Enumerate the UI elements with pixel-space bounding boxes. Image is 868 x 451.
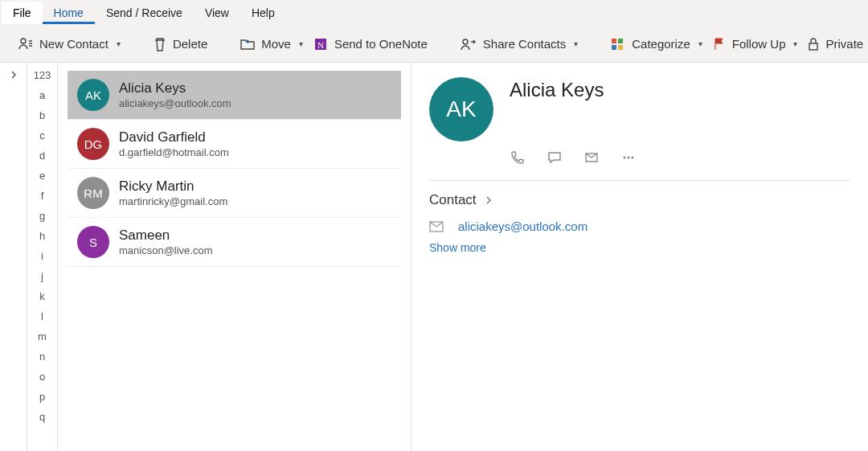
svg-point-15 — [632, 157, 634, 159]
menu-home[interactable]: Home — [43, 2, 95, 24]
action-row — [510, 150, 850, 166]
more-icon[interactable] — [620, 150, 637, 166]
new-contact-icon — [18, 36, 34, 52]
main-area: 123 abcdefghijklmnopq AKAlicia Keysalici… — [0, 63, 868, 451]
alpha-index-g[interactable]: g — [39, 210, 45, 222]
svg-point-13 — [624, 157, 626, 159]
svg-rect-9 — [612, 45, 616, 50]
svg-rect-8 — [618, 39, 623, 43]
menu-send-receive[interactable]: Send / Receive — [95, 2, 194, 24]
alpha-index-f[interactable]: f — [41, 190, 44, 202]
contact-section-label: Contact — [429, 192, 477, 208]
contact-list: AKAlicia Keysaliciakeys@outlook.comDGDav… — [58, 63, 411, 451]
chevron-down-icon: ▾ — [698, 39, 702, 48]
menu-bar: File Home Send / Receive View Help — [0, 0, 868, 26]
chat-icon[interactable] — [547, 150, 563, 166]
categorize-icon — [610, 37, 626, 51]
ribbon-toolbar: New Contact ▾ Delete Move ▾ N Send to On… — [0, 26, 868, 63]
alpha-index-e[interactable]: e — [39, 170, 45, 182]
new-contact-button[interactable]: New Contact ▾ — [13, 33, 125, 55]
contact-email: aliciakeys@outlook.com — [119, 97, 231, 109]
contact-row[interactable]: RMRicky Martinmartinricky@gmail.com — [68, 169, 401, 218]
send-to-onenote-button[interactable]: N Send to OneNote — [308, 33, 432, 55]
menu-file[interactable]: File — [2, 2, 43, 24]
alpha-index-o[interactable]: o — [39, 371, 45, 383]
send-to-onenote-label: Send to OneNote — [334, 37, 428, 51]
contact-name: Alicia Keys — [119, 80, 231, 96]
alpha-index-l[interactable]: l — [41, 310, 43, 322]
alpha-index: 123 abcdefghijklmnopq — [27, 63, 58, 451]
chevron-right-icon — [10, 71, 18, 79]
alpha-index-123[interactable]: 123 — [34, 69, 51, 81]
share-contacts-button[interactable]: Share Contacts ▾ — [455, 34, 583, 55]
contact-email: manicson@live.com — [119, 244, 213, 256]
chevron-down-icon: ▾ — [299, 39, 303, 48]
share-contacts-label: Share Contacts — [483, 37, 566, 51]
categorize-label: Categorize — [632, 37, 690, 51]
alpha-index-d[interactable]: d — [39, 150, 45, 162]
alpha-index-h[interactable]: h — [39, 230, 45, 242]
new-contact-label: New Contact — [39, 37, 108, 51]
categorize-button[interactable]: Categorize ▾ — [605, 34, 707, 55]
contact-row[interactable]: DGDavid Garfieldd.garfield@hotmail.com — [68, 120, 401, 169]
alpha-index-b[interactable]: b — [39, 109, 45, 121]
contact-detail-pane: AK Alicia Keys Contact aliciakeys@outloo… — [411, 63, 868, 451]
mail-icon — [429, 221, 444, 232]
chevron-down-icon: ▾ — [574, 39, 578, 48]
move-label: Move — [261, 37, 291, 51]
contact-email-link[interactable]: aliciakeys@outlook.com — [458, 219, 588, 233]
svg-point-14 — [628, 157, 630, 159]
alpha-index-k[interactable]: k — [39, 290, 45, 302]
menu-help[interactable]: Help — [240, 2, 286, 24]
avatar: RM — [77, 177, 109, 209]
contact-row[interactable]: AKAlicia Keysaliciakeys@outlook.com — [68, 71, 401, 120]
alpha-index-p[interactable]: p — [39, 391, 45, 403]
follow-up-button[interactable]: Follow Up ▾ — [707, 34, 803, 55]
divider — [429, 180, 850, 181]
contact-name: David Garfield — [119, 129, 229, 146]
contact-name: Ricky Martin — [119, 178, 227, 195]
chevron-down-icon: ▾ — [117, 39, 121, 48]
avatar: S — [77, 226, 109, 258]
avatar: DG — [77, 128, 109, 160]
svg-rect-11 — [809, 43, 817, 50]
svg-rect-10 — [618, 45, 623, 50]
private-button[interactable]: Private — [802, 34, 868, 55]
contact-row[interactable]: SSameenmanicson@live.com — [68, 218, 401, 267]
private-label: Private — [825, 37, 863, 51]
call-icon[interactable] — [510, 150, 526, 166]
move-folder-icon — [240, 37, 256, 51]
avatar: AK — [77, 79, 109, 111]
contact-email: d.garfield@hotmail.com — [119, 146, 229, 158]
alpha-index-i[interactable]: i — [41, 250, 43, 262]
trash-icon — [153, 36, 167, 52]
contact-email: martinricky@gmail.com — [119, 195, 227, 207]
alpha-index-m[interactable]: m — [38, 330, 47, 342]
delete-label: Delete — [173, 37, 207, 51]
follow-up-label: Follow Up — [732, 37, 786, 51]
alpha-index-q[interactable]: q — [39, 411, 45, 423]
chevron-right-icon — [485, 195, 493, 205]
lock-icon — [807, 37, 820, 51]
delete-button[interactable]: Delete — [148, 33, 212, 55]
show-more-link[interactable]: Show more — [429, 241, 850, 254]
mail-icon[interactable] — [583, 150, 600, 166]
contact-section-header[interactable]: Contact — [429, 192, 850, 208]
flag-icon — [712, 37, 727, 51]
alpha-index-n[interactable]: n — [39, 351, 45, 363]
svg-point-6 — [463, 39, 468, 44]
nav-pane-collapsed[interactable] — [0, 63, 27, 451]
alpha-index-c[interactable]: c — [39, 129, 45, 141]
onenote-icon: N — [313, 36, 329, 52]
alpha-index-j[interactable]: j — [41, 270, 43, 282]
avatar: AK — [429, 77, 493, 141]
contact-name: Sameen — [119, 228, 213, 244]
chevron-down-icon: ▾ — [793, 39, 797, 48]
menu-view[interactable]: View — [194, 2, 240, 24]
svg-point-0 — [21, 39, 26, 43]
share-contacts-icon — [460, 37, 477, 51]
move-button[interactable]: Move ▾ — [235, 34, 308, 55]
contact-name: Alicia Keys — [510, 79, 604, 101]
alpha-index-a[interactable]: a — [39, 89, 45, 101]
svg-text:N: N — [317, 40, 324, 50]
